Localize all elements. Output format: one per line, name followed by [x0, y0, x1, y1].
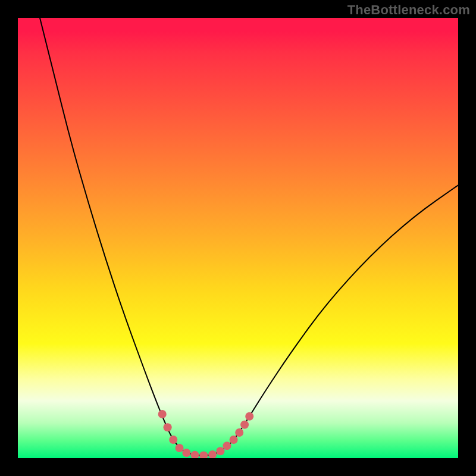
data-marker — [158, 410, 167, 418]
data-marker — [176, 444, 184, 452]
data-marker — [199, 452, 208, 458]
data-marker — [169, 436, 177, 444]
data-markers — [158, 410, 254, 458]
bottleneck-curve — [40, 18, 458, 456]
data-marker — [235, 428, 243, 437]
data-marker — [190, 451, 199, 458]
data-marker — [230, 436, 238, 444]
data-marker — [208, 450, 217, 458]
plot-area — [18, 18, 458, 458]
chart-frame: TheBottleneck.com — [0, 0, 476, 476]
curve-layer — [18, 18, 458, 458]
data-marker — [182, 449, 190, 457]
data-marker — [164, 423, 172, 431]
data-marker — [245, 412, 253, 421]
watermark-text: TheBottleneck.com — [347, 2, 470, 18]
data-marker — [240, 421, 249, 429]
data-marker — [216, 447, 224, 455]
data-marker — [223, 441, 231, 450]
